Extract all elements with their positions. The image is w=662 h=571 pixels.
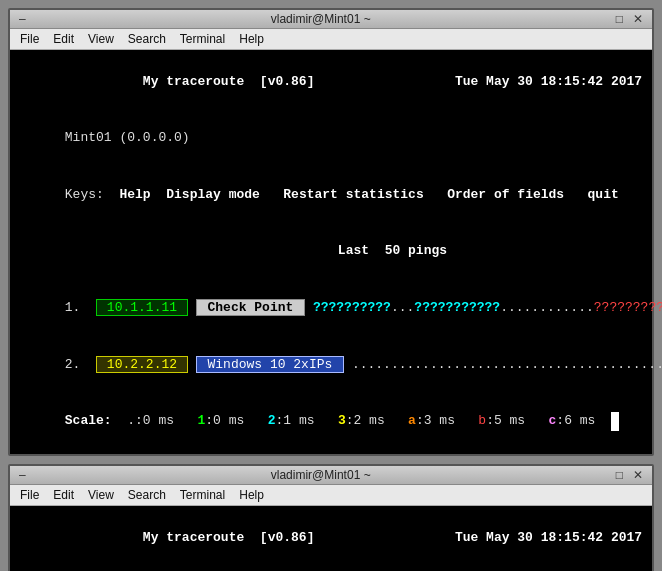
scale-a-1: a <box>400 413 416 428</box>
terminal-window-1: – vladimir@Mint01 ~ □ ✕ File Edit View S… <box>8 8 654 456</box>
menu-bar-2: File Edit View Search Terminal Help <box>10 485 652 506</box>
close-button-1[interactable]: ✕ <box>630 12 646 26</box>
cursor-1 <box>611 412 619 431</box>
menu-search-2[interactable]: Search <box>122 487 172 503</box>
spacer-data1 <box>305 300 313 315</box>
title-bar-controls-right-1: □ ✕ <box>613 12 646 26</box>
spacer3 <box>424 187 447 202</box>
header-title-2: My traceroute [v0.86] <box>65 530 455 545</box>
last-pings-1: Last 50 pings <box>338 243 447 258</box>
title-bar-controls-left-2: – <box>16 468 29 482</box>
spacer-r1 <box>188 300 196 315</box>
ip-2-1: 10.2.2.12 <box>96 356 188 373</box>
close-button-2[interactable]: ✕ <box>630 468 646 482</box>
scale-2-1: 2 <box>260 413 276 428</box>
scale-3-1: 3 <box>330 413 346 428</box>
scale-av-1: :3 ms <box>416 413 471 428</box>
scale-1v-1: :0 ms <box>205 413 260 428</box>
data-1-1-cyan2: ??????????? <box>414 300 500 315</box>
spacer-r2 <box>188 357 196 372</box>
help-1[interactable]: Help <box>119 187 150 202</box>
quit-1[interactable]: quit <box>588 187 619 202</box>
window-title-2: vladimir@Mint01 ~ <box>29 468 613 482</box>
menu-view-2[interactable]: View <box>82 487 120 503</box>
timestamp-2: Tue May 30 18:15:42 2017 <box>455 530 642 545</box>
order-1[interactable]: Order of fields <box>447 187 564 202</box>
data-1-1-dots2: ............ <box>500 300 594 315</box>
menu-file-1[interactable]: File <box>14 31 45 47</box>
spacer-pings-1 <box>65 243 338 258</box>
title-bar-controls-right-2: □ ✕ <box>613 468 646 482</box>
spacer1 <box>151 187 167 202</box>
row-2-1: 2. 10.2.2.12 Windows 10 2xIPs ..........… <box>18 337 644 394</box>
scale-dot-1: .:0 ms <box>127 413 189 428</box>
hostname-line-2: Mint01 (0.0.0.0) <box>18 566 644 571</box>
ip-1-1: 10.1.1.11 <box>96 299 188 316</box>
menu-terminal-2[interactable]: Terminal <box>174 487 231 503</box>
timestamp-1: Tue May 30 18:15:42 2017 <box>455 74 642 89</box>
display-mode-1[interactable]: Display mode <box>166 187 260 202</box>
hostname-1: Mint01 (0.0.0.0) <box>65 130 190 145</box>
spacer4 <box>564 187 587 202</box>
data-1-1-red: ??????????????????????????????????? <box>594 300 662 315</box>
scale-c-1: c <box>541 413 557 428</box>
scale-cv-1: :6 ms <box>556 413 611 428</box>
last-pings-line-1: Last 50 pings <box>18 224 644 281</box>
title-bar-controls-left-1: – <box>16 12 29 26</box>
menu-help-2[interactable]: Help <box>233 487 270 503</box>
header-line-1: My traceroute [v0.86] Tue May 30 18:15:4… <box>18 54 644 111</box>
title-bar-1: – vladimir@Mint01 ~ □ ✕ <box>10 10 652 29</box>
menu-view-1[interactable]: View <box>82 31 120 47</box>
title-bar-2: – vladimir@Mint01 ~ □ ✕ <box>10 466 652 485</box>
scale-line-1: Scale: .:0 ms 1:0 ms 2:1 ms 3:2 ms a:3 m… <box>18 393 644 450</box>
terminal-window-2: – vladimir@Mint01 ~ □ ✕ File Edit View S… <box>8 464 654 571</box>
terminal-body-2: My traceroute [v0.86] Tue May 30 18:15:4… <box>10 506 652 571</box>
menu-edit-1[interactable]: Edit <box>47 31 80 47</box>
header-title-1: My traceroute [v0.86] <box>65 74 455 89</box>
restart-1[interactable]: Restart statistics <box>283 187 423 202</box>
maximize-button-1[interactable]: □ <box>613 12 626 26</box>
menu-file-2[interactable]: File <box>14 487 45 503</box>
hostname-line-1: Mint01 (0.0.0.0) <box>18 111 644 168</box>
menu-terminal-1[interactable]: Terminal <box>174 31 231 47</box>
keys-label-1: Keys: <box>65 187 120 202</box>
menu-help-1[interactable]: Help <box>233 31 270 47</box>
minimize-button-2[interactable]: – <box>16 468 29 482</box>
scale-3v-1: :2 ms <box>346 413 401 428</box>
data-1-1-cyan: ?????????? <box>313 300 391 315</box>
label-2-1: Windows 10 2xIPs <box>196 356 344 373</box>
keys-line-1: Keys: Help Display mode Restart statisti… <box>18 167 644 224</box>
spacer2 <box>260 187 283 202</box>
maximize-button-2[interactable]: □ <box>613 468 626 482</box>
data-1-1-dots: ... <box>391 300 414 315</box>
minimize-button-1[interactable]: – <box>16 12 29 26</box>
scale-2v-1: :1 ms <box>275 413 330 428</box>
terminal-body-1: My traceroute [v0.86] Tue May 30 18:15:4… <box>10 50 652 454</box>
menu-bar-1: File Edit View Search Terminal Help <box>10 29 652 50</box>
scale-b-1: b <box>471 413 487 428</box>
row-num-2-1: 2. <box>65 357 96 372</box>
data-2-1: ........................................… <box>344 357 662 372</box>
header-line-2: My traceroute [v0.86] Tue May 30 18:15:4… <box>18 510 644 567</box>
menu-edit-2[interactable]: Edit <box>47 487 80 503</box>
scale-bv-1: :5 ms <box>486 413 541 428</box>
label-1-1: Check Point <box>196 299 305 316</box>
scale-1-1: 1 <box>190 413 206 428</box>
scale-label-1: Scale: <box>65 413 127 428</box>
row-1-1: 1. 10.1.1.11 Check Point ??????????...??… <box>18 280 644 337</box>
window-title-1: vladimir@Mint01 ~ <box>29 12 613 26</box>
menu-search-1[interactable]: Search <box>122 31 172 47</box>
row-num-1-1: 1. <box>65 300 96 315</box>
